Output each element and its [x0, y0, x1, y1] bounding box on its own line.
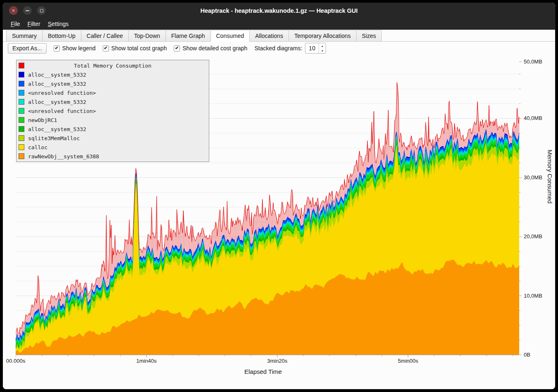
checkbox-label: Show legend — [62, 45, 96, 52]
legend-label: <unresolved function> — [28, 108, 96, 114]
checkbox-label: Show detailed cost graph — [182, 45, 247, 52]
legend-label: alloc__system_5332 — [28, 99, 86, 105]
tab-bottom-up[interactable]: Bottom-Up — [42, 30, 81, 41]
toolbar: Export As... Show legend Show total cost… — [3, 42, 555, 55]
checkbox-label: Show total cost graph — [111, 45, 167, 52]
stacked-diagrams-label: Stacked diagrams: — [254, 45, 302, 52]
legend-item: rawNewObj__system_6388 — [17, 152, 209, 161]
legend-label: alloc__system_5332 — [28, 126, 86, 132]
checkbox-checked-icon — [103, 45, 109, 52]
legend-swatch — [19, 108, 24, 114]
legend-label: Total Memory Consumption — [17, 63, 209, 69]
tab-sizes[interactable]: Sizes — [356, 30, 382, 41]
legend-item: <unresolved function> — [17, 88, 209, 97]
tab-bar: Summary Bottom-Up Caller / Callee Top-Do… — [3, 30, 555, 42]
tab-flame-graph[interactable]: Flame Graph — [166, 30, 211, 41]
minimize-button[interactable] — [23, 6, 32, 15]
tab-top-down[interactable]: Top-Down — [128, 30, 166, 41]
y-axis-tick-label: 30,0MB — [524, 174, 542, 181]
legend-item: sqlite3MemMalloc — [17, 134, 209, 143]
tab-summary[interactable]: Summary — [6, 30, 43, 41]
show-legend-checkbox[interactable]: Show legend — [54, 45, 96, 52]
window-title: Heaptrack - heaptrack.wakunode.1.gz — He… — [52, 3, 506, 19]
menu-filter[interactable]: Filter — [24, 19, 44, 28]
y-axis-tick-label: 20,0MB — [524, 233, 542, 239]
close-button[interactable] — [9, 6, 18, 15]
y-axis-title: Memory Consumed — [546, 150, 553, 204]
stacked-diagrams-group: Stacked diagrams: 10 ▲ ▼ — [254, 43, 326, 54]
app-window: Heaptrack - heaptrack.wakunode.1.gz — He… — [2, 2, 556, 390]
legend-item: <unresolved function> — [17, 106, 209, 115]
y-axis-tick-label: 10,0MB — [524, 293, 542, 299]
tab-consumed[interactable]: Consumed — [210, 30, 250, 42]
x-axis-tick-label: 5min00s — [398, 358, 418, 364]
stacked-diagrams-spinbox[interactable]: 10 ▲ ▼ — [305, 43, 326, 54]
x-axis-title: Elapsed Time — [244, 368, 282, 375]
legend-label: sqlite3MemMalloc — [28, 135, 80, 141]
show-total-cost-checkbox[interactable]: Show total cost graph — [103, 45, 167, 52]
legend-item: alloc__system_5332 — [17, 79, 209, 88]
menu-bar: File Filter Settings — [3, 19, 555, 30]
legend-swatch — [19, 117, 24, 123]
checkbox-checked-icon — [174, 45, 180, 52]
x-axis-tick-label: 00.000s — [6, 358, 25, 364]
legend-label: rawNewObj__system_6388 — [28, 153, 99, 160]
spin-down-icon[interactable]: ▼ — [319, 48, 326, 53]
legend-swatch — [19, 90, 24, 96]
legend-swatch — [19, 72, 24, 77]
legend-swatch — [19, 135, 24, 141]
legend-swatch — [19, 126, 24, 132]
export-as-button[interactable]: Export As... — [8, 43, 47, 54]
menu-file[interactable]: File — [7, 19, 24, 28]
minimize-icon — [26, 10, 29, 11]
legend-title-row: Total Memory Consumption — [17, 61, 209, 70]
chart-area: Total Memory Consumptionalloc__system_53… — [3, 55, 555, 389]
legend-item: alloc__system_5332 — [17, 124, 209, 134]
legend-label: <unresolved function> — [28, 90, 96, 96]
legend-item: alloc__system_5332 — [17, 70, 209, 79]
spinbox-value[interactable]: 10 — [305, 43, 319, 53]
tab-temporary-allocations[interactable]: Temporary Allocations — [288, 30, 357, 41]
menu-settings[interactable]: Settings — [44, 19, 73, 28]
x-axis-tick-label: 1min40s — [136, 358, 156, 364]
checkbox-checked-icon — [54, 45, 60, 52]
maximize-icon — [40, 9, 43, 12]
legend-swatch — [19, 99, 24, 105]
legend-swatch — [19, 81, 24, 87]
show-detailed-cost-checkbox[interactable]: Show detailed cost graph — [174, 45, 247, 52]
legend-item: calloc — [17, 143, 209, 152]
maximize-button[interactable] — [37, 6, 46, 15]
legend-item: newObjRC1 — [17, 115, 209, 124]
chart-legend: Total Memory Consumptionalloc__system_53… — [16, 60, 209, 162]
y-axis-tick-label: 40,0MB — [524, 115, 542, 121]
y-axis-tick-label: 50,0MB — [524, 59, 542, 65]
legend-label: alloc__system_5332 — [28, 72, 86, 78]
legend-label: calloc — [28, 144, 47, 150]
spinbox-arrows: ▲ ▼ — [319, 43, 326, 53]
x-axis-tick-label: 3min20s — [267, 358, 287, 364]
legend-swatch — [19, 144, 24, 150]
legend-swatch — [19, 153, 24, 159]
tab-allocations[interactable]: Allocations — [249, 30, 289, 41]
y-axis-tick-label: 0B — [524, 352, 530, 358]
legend-label: alloc__system_5332 — [28, 81, 86, 87]
tab-caller-callee[interactable]: Caller / Callee — [81, 30, 129, 41]
legend-item: alloc__system_5332 — [17, 97, 209, 106]
window-controls — [9, 6, 46, 15]
legend-label: newObjRC1 — [28, 117, 57, 123]
spin-up-icon[interactable]: ▲ — [319, 43, 326, 48]
title-bar[interactable]: Heaptrack - heaptrack.wakunode.1.gz — He… — [3, 3, 555, 19]
